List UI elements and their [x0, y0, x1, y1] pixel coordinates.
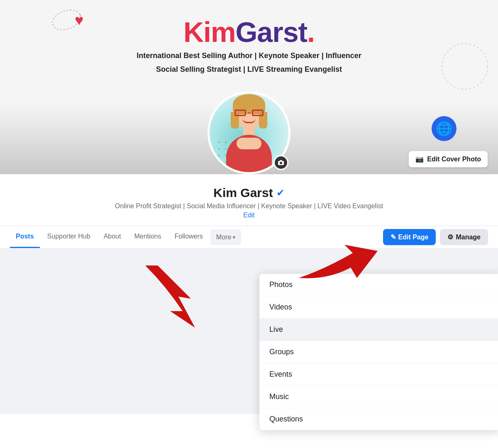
nav-tabs-left: Posts Supporter Hub About Mentions Follo… — [10, 226, 241, 248]
brand-kim: Kim — [183, 16, 235, 48]
tab-supporter-hub[interactable]: Supporter Hub — [42, 226, 96, 248]
profile-subtitle: Online Profit Strategist | Social Media … — [0, 202, 498, 210]
chevron-down-icon: ▾ — [233, 234, 235, 240]
cover-section: ♥ KimGarst. International Best Selling A… — [0, 0, 498, 174]
profile-info-section: Kim Garst ✔ Online Profit Strategist | S… — [0, 174, 498, 219]
camera-icon: 📷 — [415, 155, 424, 163]
manage-label: Manage — [456, 234, 481, 241]
brand-tagline-line1: International Best Selling Author | Keyn… — [0, 50, 498, 61]
edit-cover-label: Edit Cover Photo — [427, 156, 481, 163]
tab-about[interactable]: About — [98, 226, 127, 248]
verified-badge-icon: ✔ — [276, 187, 285, 199]
profile-edit-link[interactable]: Edit — [0, 212, 498, 219]
brand-name: KimGarst. — [0, 17, 498, 48]
dropdown-item-questions[interactable]: Questions — [259, 408, 498, 430]
profile-camera-icon[interactable] — [273, 155, 288, 170]
dropdown-item-videos[interactable]: Videos — [259, 296, 498, 319]
edit-cover-photo-button[interactable]: 📷 Edit Cover Photo — [408, 151, 488, 168]
profile-name-row: Kim Garst ✔ — [0, 186, 498, 200]
brand-area: KimGarst. International Best Selling Aut… — [0, 17, 498, 75]
dropdown-item-photos[interactable]: Photos — [259, 274, 498, 296]
dropdown-item-groups[interactable]: Groups — [259, 341, 498, 363]
tab-mentions[interactable]: Mentions — [128, 226, 167, 248]
dropdown-item-events[interactable]: Events — [259, 363, 498, 386]
nav-tabs-right: ✎ Edit Page ⚙ Manage — [383, 229, 488, 245]
svg-point-4 — [280, 162, 282, 164]
profile-name: Kim Garst — [213, 186, 273, 200]
brand-dot: . — [307, 16, 315, 48]
brand-garst: Garst — [235, 16, 307, 48]
brand-tagline-line2: Social Selling Strategist | LIVE Streami… — [0, 64, 498, 75]
more-dropdown-menu: Photos Videos Live Groups Events Music Q… — [259, 274, 498, 430]
doodle-circle-right — [440, 41, 490, 93]
more-label: More — [216, 234, 231, 241]
tab-followers[interactable]: Followers — [168, 226, 208, 248]
profile-picture-wrapper — [208, 91, 290, 174]
tab-posts[interactable]: Posts — [10, 226, 40, 248]
svg-point-2 — [442, 44, 488, 89]
doodle-globe-icon: 🌐 — [432, 116, 456, 141]
nav-tabs-section: Posts Supporter Hub About Mentions Follo… — [0, 226, 498, 248]
pencil-icon: ✎ — [391, 233, 396, 241]
more-dropdown-trigger[interactable]: More ▾ — [210, 229, 241, 245]
edit-page-button[interactable]: ✎ Edit Page — [383, 229, 436, 245]
edit-page-label: Edit Page — [398, 234, 429, 241]
dropdown-item-music[interactable]: Music — [259, 386, 498, 408]
gear-icon: ⚙ — [447, 233, 453, 241]
dropdown-item-live[interactable]: Live — [259, 319, 498, 341]
manage-button[interactable]: ⚙ Manage — [440, 229, 488, 245]
